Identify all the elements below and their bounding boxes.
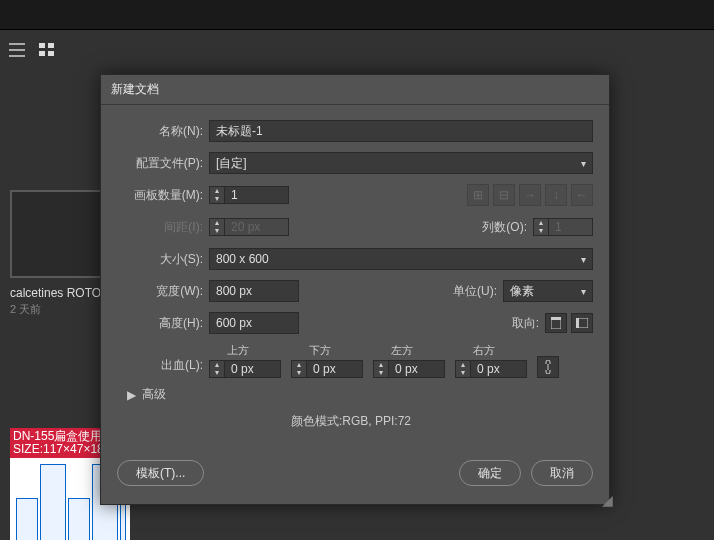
dialog-title: 新建文档 <box>101 75 609 105</box>
size-select[interactable]: 800 x 600▾ <box>209 248 593 270</box>
width-input[interactable]: 800 px <box>209 280 299 302</box>
width-label: 宽度(W): <box>109 283 209 300</box>
orientation-label: 取向: <box>473 315 545 332</box>
name-input[interactable]: 未标题-1 <box>209 120 593 142</box>
svg-rect-2 <box>39 51 45 56</box>
artboards-stepper[interactable]: ▴▾ 1 <box>209 186 289 204</box>
chevron-down-icon: ▾ <box>581 158 586 169</box>
spacing-label: 间距(I): <box>109 219 209 236</box>
orientation-portrait[interactable] <box>545 313 567 333</box>
bleed-label: 出血(L): <box>109 357 209 378</box>
app-titlebar <box>0 0 714 30</box>
columns-label: 列数(O): <box>461 219 533 236</box>
list-view-icon[interactable] <box>8 41 26 59</box>
profile-select[interactable]: [自定]▾ <box>209 152 593 174</box>
bleed-top-label: 上方 <box>209 343 281 358</box>
bleed-bottom-stepper[interactable]: ▴▾0 px <box>291 360 363 378</box>
profile-label: 配置文件(P): <box>109 155 209 172</box>
chevron-down-icon: ▾ <box>581 254 586 265</box>
view-toolbar <box>0 30 714 70</box>
svg-rect-7 <box>551 317 561 320</box>
units-label: 单位(U): <box>431 283 503 300</box>
arrow-right-icon: → <box>519 184 541 206</box>
bleed-right-stepper[interactable]: ▴▾0 px <box>455 360 527 378</box>
chevron-down-icon: ▾ <box>581 286 586 297</box>
units-select[interactable]: 像素▾ <box>503 280 593 302</box>
cancel-button[interactable]: 取消 <box>531 460 593 486</box>
bleed-top-stepper[interactable]: ▴▾0 px <box>209 360 281 378</box>
new-document-dialog: 新建文档 名称(N): 未标题-1 配置文件(P): [自定]▾ 画板数量(M)… <box>100 74 610 505</box>
template-button[interactable]: 模板(T)... <box>117 460 204 486</box>
arrow-left-icon: ← <box>571 184 593 206</box>
advanced-toggle[interactable]: ▶ 高级 <box>127 386 593 403</box>
height-input[interactable]: 600 px <box>209 312 299 334</box>
arrow-down-icon: ↓ <box>545 184 567 206</box>
bleed-bottom-label: 下方 <box>291 343 363 358</box>
name-label: 名称(N): <box>109 123 209 140</box>
bleed-right-label: 右方 <box>455 343 527 358</box>
link-bleed-icon[interactable] <box>537 356 559 378</box>
triangle-right-icon: ▶ <box>127 388 136 402</box>
color-mode-text: 颜色模式:RGB, PPI:72 <box>109 413 593 430</box>
size-label: 大小(S): <box>109 251 209 268</box>
grid-col-icon: ⊟ <box>493 184 515 206</box>
svg-rect-0 <box>39 43 45 48</box>
grid-row-icon: ⊞ <box>467 184 489 206</box>
columns-stepper: ▴▾ 1 <box>533 218 593 236</box>
svg-rect-1 <box>48 43 54 48</box>
grid-view-icon[interactable] <box>38 41 56 59</box>
bleed-left-stepper[interactable]: ▴▾0 px <box>373 360 445 378</box>
orientation-landscape[interactable] <box>571 313 593 333</box>
ok-button[interactable]: 确定 <box>459 460 521 486</box>
height-label: 高度(H): <box>109 315 209 332</box>
svg-rect-3 <box>48 51 54 56</box>
svg-rect-9 <box>576 318 579 328</box>
artboards-label: 画板数量(M): <box>109 187 209 204</box>
bleed-left-label: 左方 <box>373 343 445 358</box>
resize-grip-icon[interactable]: ◢ <box>602 492 613 508</box>
spacing-stepper: ▴▾ 20 px <box>209 218 289 236</box>
